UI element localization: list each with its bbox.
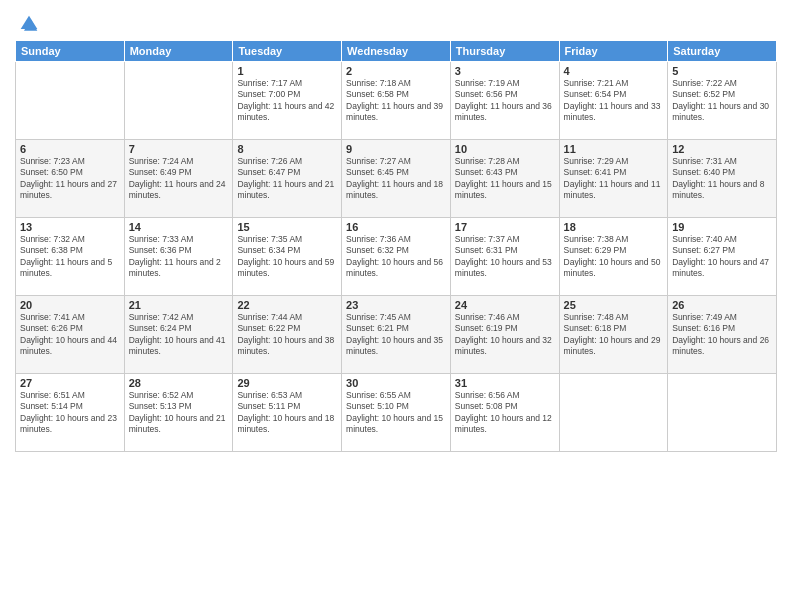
calendar-cell: 30Sunrise: 6:55 AMSunset: 5:10 PMDayligh… [342, 374, 451, 452]
day-number: 10 [455, 143, 555, 155]
day-number: 31 [455, 377, 555, 389]
calendar-week-row: 6Sunrise: 7:23 AMSunset: 6:50 PMDaylight… [16, 140, 777, 218]
day-info: Sunrise: 7:42 AMSunset: 6:24 PMDaylight:… [129, 312, 229, 358]
day-info: Sunrise: 7:28 AMSunset: 6:43 PMDaylight:… [455, 156, 555, 202]
day-number: 30 [346, 377, 446, 389]
day-number: 8 [237, 143, 337, 155]
day-number: 13 [20, 221, 120, 233]
calendar-cell [124, 62, 233, 140]
day-number: 14 [129, 221, 229, 233]
calendar-cell: 25Sunrise: 7:48 AMSunset: 6:18 PMDayligh… [559, 296, 668, 374]
day-info: Sunrise: 7:19 AMSunset: 6:56 PMDaylight:… [455, 78, 555, 124]
day-info: Sunrise: 7:23 AMSunset: 6:50 PMDaylight:… [20, 156, 120, 202]
day-info: Sunrise: 7:33 AMSunset: 6:36 PMDaylight:… [129, 234, 229, 280]
calendar-cell: 29Sunrise: 6:53 AMSunset: 5:11 PMDayligh… [233, 374, 342, 452]
day-info: Sunrise: 6:55 AMSunset: 5:10 PMDaylight:… [346, 390, 446, 436]
calendar-cell: 16Sunrise: 7:36 AMSunset: 6:32 PMDayligh… [342, 218, 451, 296]
calendar-cell: 1Sunrise: 7:17 AMSunset: 7:00 PMDaylight… [233, 62, 342, 140]
weekday-header-row: SundayMondayTuesdayWednesdayThursdayFrid… [16, 41, 777, 62]
day-number: 26 [672, 299, 772, 311]
calendar-cell: 7Sunrise: 7:24 AMSunset: 6:49 PMDaylight… [124, 140, 233, 218]
day-info: Sunrise: 6:51 AMSunset: 5:14 PMDaylight:… [20, 390, 120, 436]
day-number: 5 [672, 65, 772, 77]
day-info: Sunrise: 6:53 AMSunset: 5:11 PMDaylight:… [237, 390, 337, 436]
calendar-week-row: 20Sunrise: 7:41 AMSunset: 6:26 PMDayligh… [16, 296, 777, 374]
calendar-cell: 4Sunrise: 7:21 AMSunset: 6:54 PMDaylight… [559, 62, 668, 140]
calendar-cell: 2Sunrise: 7:18 AMSunset: 6:58 PMDaylight… [342, 62, 451, 140]
calendar-week-row: 27Sunrise: 6:51 AMSunset: 5:14 PMDayligh… [16, 374, 777, 452]
weekday-header: Wednesday [342, 41, 451, 62]
day-info: Sunrise: 7:32 AMSunset: 6:38 PMDaylight:… [20, 234, 120, 280]
logo-icon [19, 14, 39, 34]
day-info: Sunrise: 7:40 AMSunset: 6:27 PMDaylight:… [672, 234, 772, 280]
day-number: 22 [237, 299, 337, 311]
day-info: Sunrise: 7:29 AMSunset: 6:41 PMDaylight:… [564, 156, 664, 202]
calendar-cell: 19Sunrise: 7:40 AMSunset: 6:27 PMDayligh… [668, 218, 777, 296]
day-number: 3 [455, 65, 555, 77]
day-number: 17 [455, 221, 555, 233]
calendar-cell: 13Sunrise: 7:32 AMSunset: 6:38 PMDayligh… [16, 218, 125, 296]
header [15, 10, 777, 34]
day-number: 21 [129, 299, 229, 311]
day-info: Sunrise: 7:41 AMSunset: 6:26 PMDaylight:… [20, 312, 120, 358]
day-info: Sunrise: 7:36 AMSunset: 6:32 PMDaylight:… [346, 234, 446, 280]
weekday-header: Monday [124, 41, 233, 62]
day-info: Sunrise: 7:22 AMSunset: 6:52 PMDaylight:… [672, 78, 772, 124]
calendar-cell: 5Sunrise: 7:22 AMSunset: 6:52 PMDaylight… [668, 62, 777, 140]
day-info: Sunrise: 6:52 AMSunset: 5:13 PMDaylight:… [129, 390, 229, 436]
day-info: Sunrise: 7:48 AMSunset: 6:18 PMDaylight:… [564, 312, 664, 358]
calendar-cell: 22Sunrise: 7:44 AMSunset: 6:22 PMDayligh… [233, 296, 342, 374]
day-number: 19 [672, 221, 772, 233]
day-number: 16 [346, 221, 446, 233]
weekday-header: Friday [559, 41, 668, 62]
calendar-cell: 12Sunrise: 7:31 AMSunset: 6:40 PMDayligh… [668, 140, 777, 218]
day-info: Sunrise: 7:27 AMSunset: 6:45 PMDaylight:… [346, 156, 446, 202]
day-number: 25 [564, 299, 664, 311]
page: SundayMondayTuesdayWednesdayThursdayFrid… [0, 0, 792, 612]
day-info: Sunrise: 7:18 AMSunset: 6:58 PMDaylight:… [346, 78, 446, 124]
logo [15, 14, 39, 34]
day-number: 7 [129, 143, 229, 155]
day-number: 23 [346, 299, 446, 311]
calendar-cell: 24Sunrise: 7:46 AMSunset: 6:19 PMDayligh… [450, 296, 559, 374]
day-info: Sunrise: 7:17 AMSunset: 7:00 PMDaylight:… [237, 78, 337, 124]
calendar-cell: 28Sunrise: 6:52 AMSunset: 5:13 PMDayligh… [124, 374, 233, 452]
day-info: Sunrise: 7:24 AMSunset: 6:49 PMDaylight:… [129, 156, 229, 202]
day-number: 6 [20, 143, 120, 155]
day-info: Sunrise: 7:46 AMSunset: 6:19 PMDaylight:… [455, 312, 555, 358]
calendar-cell: 23Sunrise: 7:45 AMSunset: 6:21 PMDayligh… [342, 296, 451, 374]
weekday-header: Saturday [668, 41, 777, 62]
calendar-cell: 21Sunrise: 7:42 AMSunset: 6:24 PMDayligh… [124, 296, 233, 374]
calendar-cell: 27Sunrise: 6:51 AMSunset: 5:14 PMDayligh… [16, 374, 125, 452]
day-number: 9 [346, 143, 446, 155]
day-info: Sunrise: 7:38 AMSunset: 6:29 PMDaylight:… [564, 234, 664, 280]
calendar-cell: 18Sunrise: 7:38 AMSunset: 6:29 PMDayligh… [559, 218, 668, 296]
day-info: Sunrise: 7:26 AMSunset: 6:47 PMDaylight:… [237, 156, 337, 202]
day-number: 29 [237, 377, 337, 389]
calendar-cell: 10Sunrise: 7:28 AMSunset: 6:43 PMDayligh… [450, 140, 559, 218]
day-info: Sunrise: 7:49 AMSunset: 6:16 PMDaylight:… [672, 312, 772, 358]
weekday-header: Thursday [450, 41, 559, 62]
day-info: Sunrise: 6:56 AMSunset: 5:08 PMDaylight:… [455, 390, 555, 436]
calendar-cell: 26Sunrise: 7:49 AMSunset: 6:16 PMDayligh… [668, 296, 777, 374]
day-info: Sunrise: 7:45 AMSunset: 6:21 PMDaylight:… [346, 312, 446, 358]
day-number: 15 [237, 221, 337, 233]
calendar-cell: 3Sunrise: 7:19 AMSunset: 6:56 PMDaylight… [450, 62, 559, 140]
day-info: Sunrise: 7:37 AMSunset: 6:31 PMDaylight:… [455, 234, 555, 280]
day-number: 28 [129, 377, 229, 389]
calendar-cell [668, 374, 777, 452]
day-number: 2 [346, 65, 446, 77]
calendar-cell [16, 62, 125, 140]
calendar-cell: 8Sunrise: 7:26 AMSunset: 6:47 PMDaylight… [233, 140, 342, 218]
day-info: Sunrise: 7:31 AMSunset: 6:40 PMDaylight:… [672, 156, 772, 202]
day-number: 1 [237, 65, 337, 77]
calendar-cell [559, 374, 668, 452]
day-number: 11 [564, 143, 664, 155]
calendar-cell: 20Sunrise: 7:41 AMSunset: 6:26 PMDayligh… [16, 296, 125, 374]
weekday-header: Sunday [16, 41, 125, 62]
calendar-cell: 11Sunrise: 7:29 AMSunset: 6:41 PMDayligh… [559, 140, 668, 218]
day-number: 4 [564, 65, 664, 77]
day-number: 24 [455, 299, 555, 311]
calendar-cell: 14Sunrise: 7:33 AMSunset: 6:36 PMDayligh… [124, 218, 233, 296]
calendar-cell: 15Sunrise: 7:35 AMSunset: 6:34 PMDayligh… [233, 218, 342, 296]
